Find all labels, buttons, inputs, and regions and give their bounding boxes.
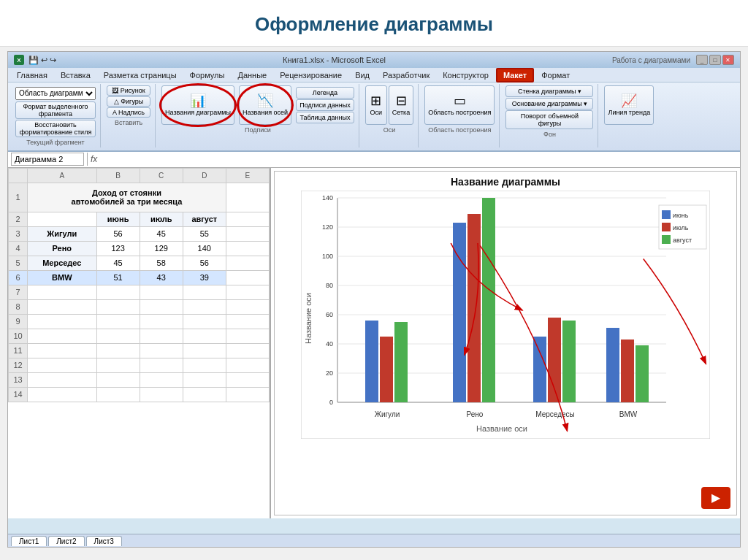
cell-d5[interactable]: 56	[183, 256, 226, 270]
btn-nazv-diagrammy[interactable]: 📊 Названия диаграммы	[161, 85, 234, 125]
sheet-tab-3[interactable]: Лист3	[86, 536, 122, 546]
btn-figury[interactable]: △ Фигуры	[107, 96, 150, 107]
menu-razrab[interactable]: Разработчик	[377, 69, 435, 81]
minimize-btn[interactable]: _	[696, 55, 708, 65]
btn-risunok[interactable]: 🖼 Рисунок	[107, 85, 150, 96]
cell-a8[interactable]	[28, 299, 97, 314]
btn-stenka[interactable]: Стенка диаграммы ▾	[505, 85, 593, 97]
cell-d3[interactable]: 55	[183, 226, 226, 241]
cell-e11[interactable]	[226, 343, 269, 358]
cell-c12[interactable]	[140, 358, 183, 372]
cell-b2[interactable]: июнь	[96, 212, 140, 226]
cell-b8[interactable]	[96, 299, 140, 314]
cell-a3[interactable]: Жигули	[28, 226, 97, 241]
next-button[interactable]: ▶	[701, 487, 730, 509]
cell-c10[interactable]	[140, 329, 183, 343]
close-btn[interactable]: ✕	[722, 55, 734, 65]
cell-e7[interactable]	[226, 285, 269, 299]
btn-osi[interactable]: ⊞ Оси	[365, 85, 387, 125]
cell-b7[interactable]	[96, 285, 140, 299]
cell-a9[interactable]	[28, 314, 97, 329]
name-box[interactable]	[11, 153, 84, 166]
cell-b4[interactable]: 123	[96, 241, 140, 256]
cell-a10[interactable]	[28, 329, 97, 343]
cell-e4[interactable]	[226, 241, 269, 256]
btn-osnovanie[interactable]: Основание диаграммы ▾	[505, 98, 593, 110]
btn-podpisi-dann[interactable]: Подписи данных	[296, 99, 354, 111]
cell-a14[interactable]	[28, 387, 97, 402]
cell-e8[interactable]	[226, 299, 269, 314]
cell-c6[interactable]: 43	[140, 270, 183, 285]
menu-konstruktor[interactable]: Конструктор	[437, 69, 495, 81]
cell-c11[interactable]	[140, 343, 183, 358]
sheet-tab-2[interactable]: Лист2	[48, 536, 84, 546]
btn-tabl-dann[interactable]: Таблица данных	[296, 112, 354, 123]
cell-b11[interactable]	[96, 343, 140, 358]
cell-e1[interactable]	[226, 183, 269, 212]
cell-a5[interactable]: Мерседес	[28, 256, 97, 270]
btn-format-fragment[interactable]: Формат выделенного фрагмента	[15, 101, 96, 119]
title-cell[interactable]: Доход от стоянкиавтомобилей за три месяц…	[28, 183, 226, 212]
cell-c8[interactable]	[140, 299, 183, 314]
cell-a4[interactable]: Рено	[28, 241, 97, 256]
cell-d14[interactable]	[183, 387, 226, 402]
menu-maket[interactable]: Макет	[496, 68, 534, 83]
cell-d13[interactable]	[183, 372, 226, 387]
maximize-btn[interactable]: □	[709, 55, 721, 65]
cell-b3[interactable]: 56	[96, 226, 140, 241]
cell-c9[interactable]	[140, 314, 183, 329]
cell-b5[interactable]: 45	[96, 256, 140, 270]
cell-d7[interactable]	[183, 285, 226, 299]
btn-setka[interactable]: ⊟ Сетка	[389, 85, 413, 125]
cell-e12[interactable]	[226, 358, 269, 372]
menu-dannye[interactable]: Данные	[232, 69, 272, 81]
cell-d2[interactable]: август	[183, 212, 226, 226]
cell-b14[interactable]	[96, 387, 140, 402]
cell-e6[interactable]	[226, 270, 269, 285]
cell-e10[interactable]	[226, 329, 269, 343]
menu-vstavka[interactable]: Вставка	[55, 69, 96, 81]
cell-d8[interactable]	[183, 299, 226, 314]
cell-b10[interactable]	[96, 329, 140, 343]
btn-oblast[interactable]: ▭ Область построения	[424, 85, 495, 125]
btn-liniya-trenda[interactable]: 📈 Линия тренда	[604, 85, 654, 125]
cell-d9[interactable]	[183, 314, 226, 329]
cell-c13[interactable]	[140, 372, 183, 387]
cell-e2[interactable]	[226, 212, 269, 226]
cell-c7[interactable]	[140, 285, 183, 299]
menu-vid[interactable]: Вид	[349, 69, 375, 81]
cell-d11[interactable]	[183, 343, 226, 358]
cell-e13[interactable]	[226, 372, 269, 387]
cell-c2[interactable]: июль	[140, 212, 183, 226]
cell-b13[interactable]	[96, 372, 140, 387]
menu-formuly[interactable]: Формулы	[184, 69, 231, 81]
btn-nazv-osei[interactable]: 📉 Названия осей	[239, 85, 291, 125]
menu-glavnaya[interactable]: Главная	[11, 69, 53, 81]
cell-a7[interactable]	[28, 285, 97, 299]
formula-input[interactable]	[100, 155, 737, 164]
btn-restore-style[interactable]: Восстановить форматирование стиля	[15, 120, 96, 137]
cell-a2[interactable]	[28, 212, 97, 226]
cell-e3[interactable]	[226, 226, 269, 241]
cell-c5[interactable]: 58	[140, 256, 183, 270]
cell-e5[interactable]	[226, 256, 269, 270]
cell-a11[interactable]	[28, 343, 97, 358]
cell-a6[interactable]: BMW	[28, 270, 97, 285]
cell-c14[interactable]	[140, 387, 183, 402]
menu-format[interactable]: Формат	[535, 69, 576, 81]
cell-b12[interactable]	[96, 358, 140, 372]
cell-d6[interactable]: 39	[183, 270, 226, 285]
cell-e9[interactable]	[226, 314, 269, 329]
cell-d4[interactable]: 140	[183, 241, 226, 256]
btn-povorot[interactable]: Поворот объемной фигуры	[505, 110, 593, 129]
btn-nadpis[interactable]: A Надпись	[107, 107, 150, 118]
cell-d10[interactable]	[183, 329, 226, 343]
menu-razmetka[interactable]: Разметка страницы	[98, 69, 183, 81]
cell-b9[interactable]	[96, 314, 140, 329]
btn-legenda[interactable]: Легенда	[296, 87, 354, 99]
cell-d12[interactable]	[183, 358, 226, 372]
cell-e14[interactable]	[226, 387, 269, 402]
cell-c4[interactable]: 129	[140, 241, 183, 256]
sheet-tab-1[interactable]: Лист1	[11, 536, 47, 546]
area-select[interactable]: Область диаграммы	[15, 87, 96, 100]
